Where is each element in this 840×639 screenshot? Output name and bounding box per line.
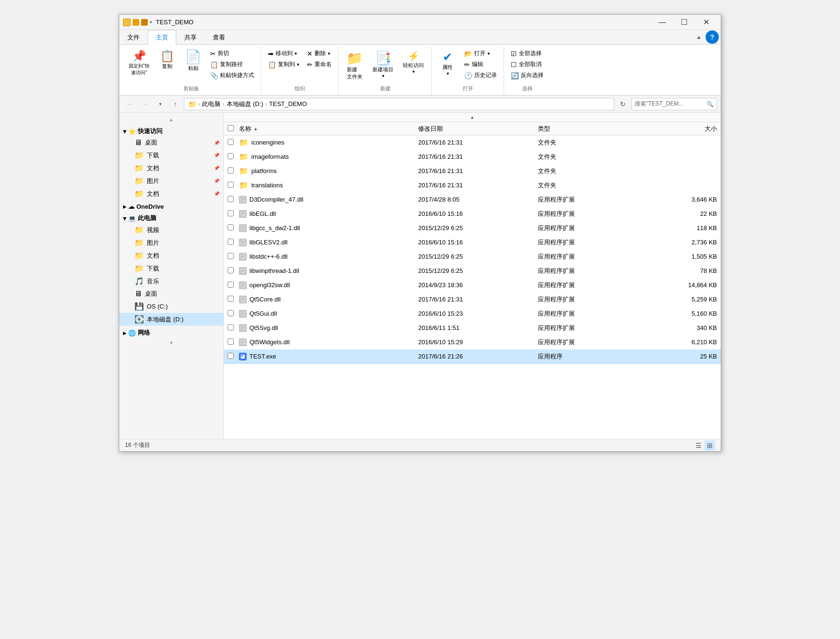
tab-share[interactable]: 共享 xyxy=(176,30,205,45)
table-row[interactable]: 📁 platforms 2017/6/16 21:31 文件夹 xyxy=(224,164,721,178)
table-row[interactable]: D3Dcompiler_47.dll 2017/4/28 8:05 应用程序扩展… xyxy=(224,193,721,207)
sidebar-item-dl[interactable]: 📁 下载 xyxy=(119,262,223,275)
address-path[interactable]: 📁 › 此电脑 › 本地磁盘 (D:) › TEST_DEMO xyxy=(184,98,614,110)
copy-to-button[interactable]: 📋 复制到 ▾ xyxy=(265,59,302,69)
row-check[interactable] xyxy=(228,139,239,146)
sidebar-network-header[interactable]: ▸ 🌐 网络 xyxy=(119,326,223,338)
sidebar-thispc-header[interactable]: ▾ 💻 此电脑 xyxy=(119,211,223,223)
header-type[interactable]: 类型 xyxy=(538,125,658,133)
copy-path-button[interactable]: 📋 复制路径 xyxy=(207,59,257,69)
row-check[interactable] xyxy=(228,239,239,246)
cut-button[interactable]: ✂ 剪切 xyxy=(207,48,257,58)
sidebar-item-desktop[interactable]: 🖥 桌面 📌 xyxy=(119,136,223,149)
header-name[interactable]: 名称 ▲ xyxy=(239,125,418,133)
table-row[interactable]: opengl32sw.dll 2014/9/23 18:36 应用程序扩展 14… xyxy=(224,278,721,292)
path-segment-demo[interactable]: TEST_DEMO xyxy=(269,100,306,107)
open-button[interactable]: 📂 打开 ▾ xyxy=(461,48,500,58)
row-check[interactable] xyxy=(228,339,239,346)
sidebar-item-pictures[interactable]: 📁 图片 📌 xyxy=(119,174,223,187)
row-check[interactable] xyxy=(228,267,239,275)
history-button[interactable]: 🕐 历史记录 xyxy=(461,70,500,80)
sidebar-item-desk[interactable]: 🖥 桌面 xyxy=(119,288,223,300)
header-check[interactable] xyxy=(228,125,239,133)
copy-button[interactable]: 📋 复制 xyxy=(155,48,179,72)
back-button[interactable]: ← xyxy=(123,97,136,111)
table-row[interactable]: libgcc_s_dw2-1.dll 2015/12/29 6:25 应用程序扩… xyxy=(224,221,721,235)
table-row[interactable]: libGLESV2.dll 2016/6/10 15:16 应用程序扩展 2,7… xyxy=(224,235,721,250)
list-view-button[interactable]: ⊞ xyxy=(705,440,715,451)
table-row[interactable]: Qt5Gui.dll 2016/6/10 15:23 应用程序扩展 5,160 … xyxy=(224,307,721,321)
dropdown-button[interactable]: ▾ xyxy=(153,97,167,111)
help-button[interactable]: ? xyxy=(706,30,719,44)
minimize-button[interactable]: — xyxy=(651,15,673,30)
row-check[interactable] xyxy=(228,310,239,318)
sidebar-item-locald[interactable]: 💽 本地磁盘 (D:) xyxy=(119,313,223,326)
row-check[interactable] xyxy=(228,281,239,289)
header-size[interactable]: 大小 xyxy=(657,125,717,133)
sidebar-item-docs[interactable]: 📁 文档 📌 xyxy=(119,162,223,174)
tab-home[interactable]: 主页 xyxy=(148,30,176,45)
table-row[interactable]: libEGL.dll 2016/6/10 15:16 应用程序扩展 22 KB xyxy=(224,207,721,221)
select-all-button[interactable]: ☑ 全部选择 xyxy=(508,48,546,58)
pin-button[interactable]: 📌 固定到"快速访问" xyxy=(125,48,153,78)
new-item-button[interactable]: 📑 新建项目 ▾ xyxy=(369,48,397,80)
row-check[interactable] xyxy=(228,153,239,161)
sidebar-item-documents[interactable]: 📁 文档 xyxy=(119,249,223,262)
row-check[interactable] xyxy=(228,253,239,261)
sidebar-scroll-up[interactable]: ▲ xyxy=(119,115,223,124)
path-segment-pc[interactable]: 此电脑 xyxy=(202,100,220,108)
edit-button[interactable]: ✏ 编辑 xyxy=(461,59,500,69)
table-row[interactable]: 📁 iconengines 2017/6/16 21:31 文件夹 xyxy=(224,136,721,150)
search-box[interactable]: 搜索"TEST_DEM... 🔍 xyxy=(631,98,717,110)
table-row[interactable]: Qt5Core.dll 2017/6/16 21:31 应用程序扩展 5,259… xyxy=(224,292,721,307)
exe-icon xyxy=(239,353,247,360)
tab-file[interactable]: 文件 xyxy=(119,30,148,45)
row-check[interactable] xyxy=(228,324,239,332)
rename-button[interactable]: ✏ 重命名 xyxy=(304,59,334,69)
paste-button[interactable]: 📄 粘贴 xyxy=(181,48,205,74)
row-check[interactable] xyxy=(228,353,239,360)
paste-shortcut-button[interactable]: 📎 粘贴快捷方式 xyxy=(207,70,257,80)
file-list-scroll-up[interactable]: ▲ xyxy=(224,113,721,122)
up-button[interactable]: ↑ xyxy=(169,97,182,111)
sidebar-onedrive-header[interactable]: ▸ ☁ OneDrive xyxy=(119,200,223,211)
table-row[interactable]: Qt5Svg.dll 2016/6/11 1:51 应用程序扩展 340 KB xyxy=(224,321,721,335)
row-check[interactable] xyxy=(228,210,239,218)
maximize-button[interactable]: ☐ xyxy=(673,15,695,30)
table-row[interactable]: TEST.exe 2017/6/16 21:26 应用程序 25 KB xyxy=(224,349,721,364)
details-view-button[interactable]: ☰ xyxy=(693,440,704,451)
refresh-button[interactable]: ↻ xyxy=(616,97,630,111)
invert-select-button[interactable]: 🔄 反向选择 xyxy=(508,70,546,80)
properties-button[interactable]: ✔ 属性 ▾ xyxy=(436,48,459,78)
tab-collapse-icon[interactable]: ▲ xyxy=(694,34,704,40)
select-none-button[interactable]: ☐ 全部取消 xyxy=(508,59,546,69)
path-segment-d[interactable]: 本地磁盘 (D:) xyxy=(227,100,263,108)
row-check[interactable] xyxy=(228,296,239,303)
sidebar-item-osc[interactable]: 💾 OS (C:) xyxy=(119,300,223,313)
table-row[interactable]: libstdc++-6.dll 2015/12/29 6:25 应用程序扩展 1… xyxy=(224,250,721,264)
sidebar-scroll-down[interactable]: ▼ xyxy=(119,338,223,348)
row-check[interactable] xyxy=(228,196,239,203)
row-check[interactable] xyxy=(228,224,239,232)
forward-button[interactable]: → xyxy=(138,97,152,111)
move-to-button[interactable]: ➡ 移动到 ▾ xyxy=(265,48,302,58)
table-row[interactable]: 📁 translations 2017/6/16 21:31 文件夹 xyxy=(224,178,721,193)
easy-access-button[interactable]: ⚡ 轻松访问 ▾ xyxy=(399,48,428,76)
header-date[interactable]: 修改日期 xyxy=(418,125,538,133)
sidebar-quickaccess-header[interactable]: ▾ ⭐ 快速访问 xyxy=(119,124,223,136)
sidebar-item-pics[interactable]: 📁 图片 xyxy=(119,236,223,249)
table-row[interactable]: Qt5Widgets.dll 2016/6/10 15:29 应用程序扩展 6,… xyxy=(224,335,721,349)
sidebar-item-music[interactable]: 🎵 音乐 xyxy=(119,275,223,288)
select-all-checkbox[interactable] xyxy=(228,125,234,131)
row-check[interactable] xyxy=(228,182,239,189)
sidebar-item-video[interactable]: 📁 视频 xyxy=(119,223,223,236)
sidebar-item-downloads[interactable]: 📁 下载 📌 xyxy=(119,149,223,162)
row-check[interactable] xyxy=(228,167,239,175)
sidebar-item-docs2[interactable]: 📁 文档 📌 xyxy=(119,187,223,200)
delete-button[interactable]: ✕ 删除 ▾ xyxy=(304,48,334,58)
tab-view[interactable]: 查看 xyxy=(205,30,233,45)
table-row[interactable]: 📁 imageformats 2017/6/16 21:31 文件夹 xyxy=(224,150,721,164)
table-row[interactable]: libwinpthread-1.dll 2015/12/29 6:25 应用程序… xyxy=(224,264,721,278)
new-folder-button[interactable]: 📁 新建文件夹 xyxy=(343,48,367,82)
close-button[interactable]: ✕ xyxy=(695,15,717,30)
